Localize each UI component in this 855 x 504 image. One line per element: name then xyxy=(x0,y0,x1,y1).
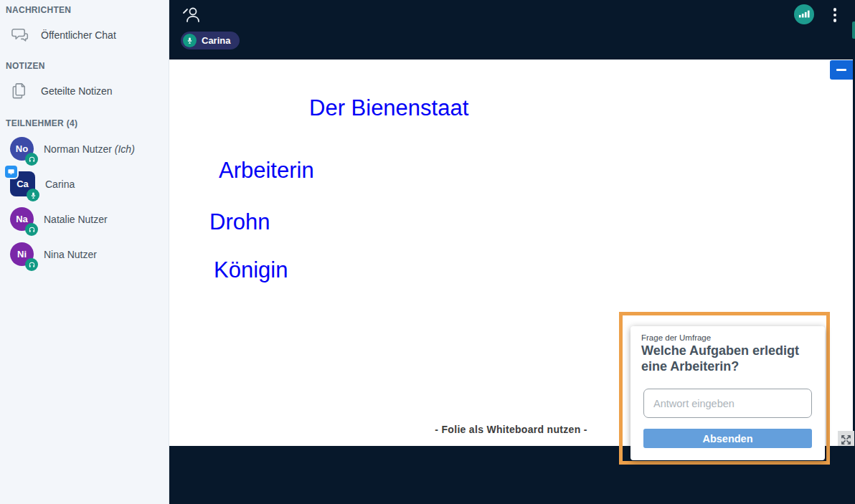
active-speaker-pill[interactable]: Carina xyxy=(181,32,240,49)
slide-text: Königin xyxy=(214,257,288,283)
sidebar-item-shared-notes[interactable]: Geteilte Notizen xyxy=(0,74,169,108)
avatar-initials: Ni xyxy=(17,249,27,260)
participant-row-natalie[interactable]: Na Natalie Nutzer xyxy=(0,201,169,237)
headphones-icon xyxy=(25,223,38,236)
poll-answer-input[interactable] xyxy=(643,389,812,418)
sidebar-item-label: Öffentlicher Chat xyxy=(41,29,116,41)
sidebar-item-public-chat[interactable]: Öffentlicher Chat xyxy=(0,18,169,52)
participant-row-nina[interactable]: Ni Nina Nutzer xyxy=(0,237,169,272)
participants-section-header: TEILNEHMER (4) xyxy=(0,115,169,131)
headphones-icon xyxy=(25,258,38,271)
minimize-icon xyxy=(836,69,846,71)
sidebar: NACHRICHTEN Öffentlicher Chat NOTIZEN Ge… xyxy=(0,0,169,504)
poll-label: Frage der Umfrage xyxy=(641,333,814,342)
participant-row-norman[interactable]: No Norman Nutzer (Ich) xyxy=(0,131,169,166)
notes-section-header: NOTIZEN xyxy=(0,57,169,74)
microphone-icon xyxy=(27,189,39,201)
participant-name: Nina Nutzer xyxy=(44,249,97,260)
avatar: No xyxy=(10,137,34,161)
sidebar-item-label: Geteilte Notizen xyxy=(41,85,113,97)
avatar: Na xyxy=(10,207,34,231)
slide-title: Der Bienenstaat xyxy=(309,95,468,121)
headphones-icon xyxy=(25,153,38,166)
minimize-presentation-button[interactable] xyxy=(830,60,853,80)
messages-section-header: NACHRICHTEN xyxy=(0,1,169,18)
participant-name: Carina xyxy=(45,179,75,190)
edge-indicator xyxy=(852,22,855,39)
poll-question: Welche Aufgaben erledigt eine Arbeiterin… xyxy=(641,343,814,374)
microphone-icon xyxy=(183,34,197,47)
avatar: Ni xyxy=(10,242,34,266)
notes-icon xyxy=(10,81,29,100)
slide-text: Arbeiterin xyxy=(219,158,314,184)
main-area: Carina Der Bienenstaat Arbeiterin Drohn … xyxy=(169,0,855,504)
poll-submit-button[interactable]: Absenden xyxy=(643,429,812,448)
poll-card: Frage der Umfrage Welche Aufgaben erledi… xyxy=(630,326,825,460)
connection-status-icon[interactable] xyxy=(794,4,814,24)
avatar-initials: Ca xyxy=(16,179,29,189)
poll-popup-highlight: Frage der Umfrage Welche Aufgaben erledi… xyxy=(619,312,830,465)
fullscreen-icon xyxy=(840,434,852,446)
chat-icon xyxy=(10,25,29,44)
user-list-toggle-icon[interactable] xyxy=(181,6,202,24)
avatar-initials: No xyxy=(16,143,28,154)
avatar: Ca xyxy=(10,171,35,196)
meeting-app: NACHRICHTEN Öffentlicher Chat NOTIZEN Ge… xyxy=(0,0,855,504)
screen-share-icon xyxy=(5,166,17,178)
speaker-name: Carina xyxy=(202,35,230,46)
participant-name: Norman Nutzer (Ich) xyxy=(44,143,135,155)
avatar-initials: Na xyxy=(16,214,28,224)
participant-name: Natalie Nutzer xyxy=(44,214,108,225)
options-menu-icon[interactable] xyxy=(827,5,843,25)
participant-row-carina[interactable]: Ca Carina xyxy=(0,166,169,201)
slide-text: Drohn xyxy=(209,209,270,235)
